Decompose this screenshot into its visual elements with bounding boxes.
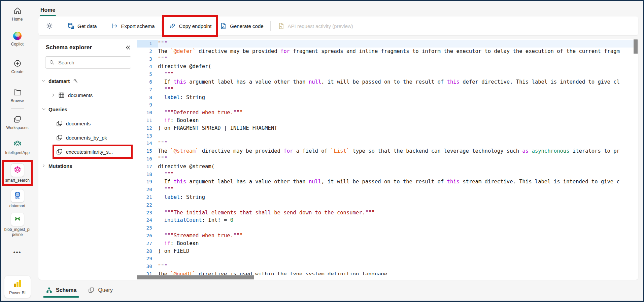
tree-item-datamart[interactable]: datamart [38,74,137,88]
code-line[interactable]: 17directive @stream( [137,163,638,171]
code-line[interactable]: 6 If this argument label has a value oth… [137,78,638,86]
tree-item-mutations[interactable]: Mutations [38,159,137,173]
code-line[interactable]: 13 [137,132,638,140]
sidebar-item-blob-ingest-pipeline[interactable]: blob_ingest_pipeline [1,213,34,237]
search-input[interactable] [58,59,128,66]
sidebar-item-more[interactable]: ••• [1,247,34,258]
code-line[interactable]: 14""" [137,140,638,147]
collapse-panel-icon[interactable] [125,44,131,51]
toolbar-export-schema-button[interactable]: Export schema [107,20,159,32]
svg-text:SQL: SQL [15,197,20,200]
code-line[interactable]: 31The `@oneOf` directive is used within … [137,270,638,275]
code-line[interactable]: 19 If this argument label has a value ot… [137,178,638,186]
code-line-text: label: String [158,94,638,101]
code-line[interactable]: 9 [137,101,638,109]
toolbar-settings-button[interactable] [42,20,57,32]
sidebar-item-copilot[interactable]: Copilot [1,31,34,47]
code-line-text: If this argument label has a value other… [158,178,638,186]
line-number: 5 [137,70,158,78]
code-editor[interactable]: 1"""2The `@defer` directive may be provi… [137,39,638,280]
code-line-text: """ [158,40,638,48]
code-line[interactable]: 10 """Deferred when true.""" [137,109,638,117]
code-line[interactable]: 29 [137,255,638,263]
toolbar-generate-code-button[interactable]: Generate code [215,20,267,32]
app-window: HomeCopilotCreateBrowseWorkspacesIntelli… [0,0,644,302]
line-number: 25 [137,224,158,232]
horizontal-scrollbar-thumb[interactable] [137,275,254,279]
chevron-right-icon[interactable] [50,93,56,97]
code-line[interactable]: 28) on FIELD [137,247,638,255]
sidebar-item-datamart[interactable]: SQLdatamart [1,189,34,209]
toolbar-get-data-button[interactable]: Get data [63,20,101,32]
code-line[interactable]: 27 if: Boolean [137,240,638,247]
code-line[interactable]: 11 if: Boolean [137,117,638,124]
bottom-tab-schema[interactable]: Schema [44,280,78,301]
code-line[interactable]: 8 label: String [137,94,638,101]
vertical-scrollbar-thumb[interactable] [634,39,638,54]
key-icon [73,78,78,84]
schema-tree-icon [46,287,53,294]
search-box[interactable] [45,56,131,68]
code-line-text: ) on FIELD [158,247,638,255]
code-line[interactable]: 16""" [137,155,638,163]
sidebar-item-home[interactable]: Home [1,6,34,22]
sidebar-divider [11,108,24,109]
sidebar-item-intelligentapp[interactable]: IntelligentApp [1,139,34,155]
toolbar-separator [270,21,271,31]
code-line[interactable]: 25 [137,224,638,232]
tree-item-label: documents_by_pk [66,135,107,141]
sidebar-item-browse[interactable]: Browse [1,87,34,103]
code-line[interactable]: 3""" [137,55,638,63]
code-line[interactable]: 26 """Streamed when true.""" [137,232,638,240]
sidebar-item-smart-search[interactable]: smart_search [1,163,34,183]
power-bi-badge[interactable]: Power BI [4,276,31,298]
top-header: Home [34,1,643,16]
line-number: 19 [137,178,158,186]
code-line[interactable]: 7 """ [137,86,638,94]
tree-item-documents[interactable]: documents [38,88,137,102]
vertical-scrollbar[interactable] [634,39,638,274]
table-grid-icon [58,92,65,99]
code-area[interactable]: 1"""2The `@defer` directive may be provi… [137,39,638,275]
code-line[interactable]: 1""" [137,40,638,48]
code-line[interactable]: 15The `@stream` directive may be provide… [137,147,638,155]
line-number: 28 [137,247,158,255]
line-number: 23 [137,209,158,217]
code-line-text: """Streamed when true.""" [158,232,638,240]
chevron-down-icon[interactable] [41,107,47,112]
code-line-text: ) on FRAGMENT_SPREAD | INLINE_FRAGMENT [158,124,638,132]
sidebar-item-label: IntelligentApp [5,150,30,155]
sidebar-item-workspaces[interactable]: Workspaces [1,114,34,130]
code-line[interactable]: 12) on FRAGMENT_SPREAD | INLINE_FRAGMENT [137,124,638,132]
sidebar-item-create[interactable]: Create [1,58,34,74]
tree-item-documents-by-pk[interactable]: documents_by_pk [38,130,137,145]
code-line[interactable]: 30""" [137,263,638,270]
code-line-text: label: String [158,193,638,201]
code-line[interactable]: 23 """The initial elements that shall be… [137,209,638,217]
code-line-text: """ [158,263,638,270]
code-line[interactable]: 2The `@defer` directive may be provided … [137,48,638,55]
tree-item-queries[interactable]: Queries [38,102,137,116]
code-line[interactable]: 21 label: String [137,193,638,201]
code-line[interactable]: 18 """ [137,171,638,178]
search-icon [49,59,55,65]
tab-home[interactable]: Home [40,7,55,16]
line-number: 16 [137,155,158,163]
code-line[interactable]: 20 """ [137,186,638,193]
code-line-text [158,255,638,263]
code-line-text: """ [158,70,638,78]
code-line[interactable]: 5 """ [137,70,638,78]
code-line[interactable]: 24 initialCount: Int! = 0 [137,216,638,224]
line-number: 12 [137,124,158,132]
toolbar-copy-endpoint-button[interactable]: Copy endpoint [165,20,216,32]
tree-item-documents[interactable]: documents [38,116,137,130]
code-line[interactable]: 4directive @defer( [137,63,638,70]
tree-item-executesimilarity-s-[interactable]: executesimilarity_s... [38,145,137,159]
power-bi-icon [12,278,23,290]
horizontal-scrollbar[interactable] [137,275,638,280]
code-line[interactable]: 22 [137,201,638,209]
bottom-tab-query[interactable]: Query [87,280,114,301]
sidebar-item-label: Workspaces [6,125,29,130]
chevron-down-icon[interactable] [41,79,47,83]
chevron-right-icon[interactable] [41,163,47,168]
